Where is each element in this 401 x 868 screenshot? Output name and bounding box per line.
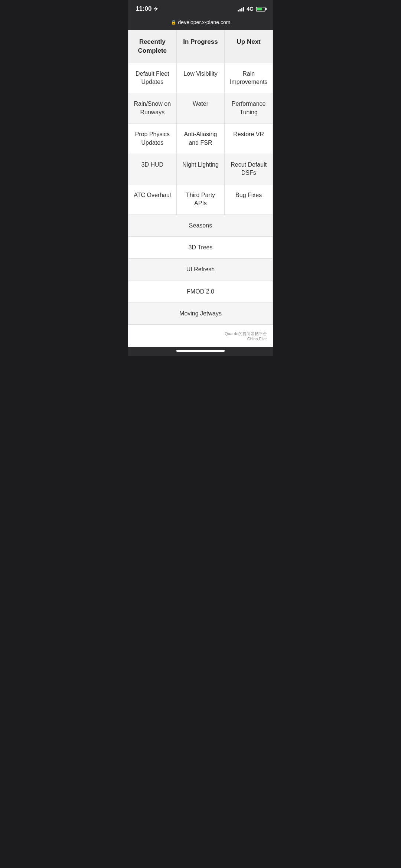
single-col-3dtrees: 3D Trees xyxy=(128,236,273,258)
home-indicator[interactable] xyxy=(128,347,273,356)
cell-upnext-4: Recut Default DSFs xyxy=(225,154,273,184)
url-bar[interactable]: 🔒 developer.x-plane.com xyxy=(128,16,273,30)
header-in-progress: In Progress xyxy=(176,30,225,63)
home-bar xyxy=(176,350,225,352)
cell-recently-5: ATC Overhaul xyxy=(128,184,177,214)
table-row: Moving Jetways xyxy=(128,303,273,325)
table-row: Prop Physics Updates Anti-Aliasing and F… xyxy=(128,124,273,154)
cell-inprogress-1: Low Visibility xyxy=(176,63,225,93)
single-col-jetways: Moving Jetways xyxy=(128,303,273,325)
single-col-fmod: FMOD 2.0 xyxy=(128,281,273,302)
signal-bar-2 xyxy=(239,9,241,12)
cell-inprogress-5: Third Party APIs xyxy=(176,184,225,214)
cell-upnext-1: Rain Improvements xyxy=(225,63,273,93)
status-right: 4G xyxy=(238,6,265,12)
watermark-label: Quardo的提问发帖平台China Flier xyxy=(225,331,267,341)
table-row: Default Fleet Updates Low Visibility Rai… xyxy=(128,63,273,93)
status-bar: 11:00 ✈ 4G xyxy=(128,0,273,16)
url-text: developer.x-plane.com xyxy=(178,19,231,25)
table-header-row: Recently Complete In Progress Up Next xyxy=(128,30,273,63)
status-time: 11:00 xyxy=(136,5,151,13)
footer: Quardo的提问发帖平台China Flier xyxy=(128,325,273,347)
cell-upnext-3: Restore VR xyxy=(225,124,273,154)
header-recently-complete: Recently Complete xyxy=(128,30,177,63)
cell-inprogress-2: Water xyxy=(176,93,225,124)
cell-upnext-2: Performance Tuning xyxy=(225,93,273,124)
table-row: UI Refresh xyxy=(128,259,273,281)
status-left: 11:00 ✈ xyxy=(136,5,158,13)
single-col-seasons: Seasons xyxy=(128,214,273,236)
table-row: Seasons xyxy=(128,214,273,236)
battery-fill xyxy=(257,8,262,10)
battery-icon xyxy=(256,7,265,12)
table-row: 3D HUD Night Lighting Recut Default DSFs xyxy=(128,154,273,184)
navigation-icon: ✈ xyxy=(154,6,158,12)
main-content: Recently Complete In Progress Up Next De… xyxy=(128,30,273,347)
cell-recently-3: Prop Physics Updates xyxy=(128,124,177,154)
table-row: Rain/Snow on Runways Water Performance T… xyxy=(128,93,273,124)
battery xyxy=(256,7,265,12)
signal-bar-3 xyxy=(241,8,242,12)
cell-recently-1: Default Fleet Updates xyxy=(128,63,177,93)
table-row: FMOD 2.0 xyxy=(128,281,273,302)
cell-inprogress-3: Anti-Aliasing and FSR xyxy=(176,124,225,154)
signal-bar-4 xyxy=(243,7,244,12)
signal-bar-1 xyxy=(238,10,239,12)
features-table: Recently Complete In Progress Up Next De… xyxy=(128,30,273,325)
cell-recently-4: 3D HUD xyxy=(128,154,177,184)
watermark-text: Quardo的提问发帖平台China Flier xyxy=(225,331,267,341)
signal-bars xyxy=(238,6,244,12)
table-row: ATC Overhaul Third Party APIs Bug Fixes xyxy=(128,184,273,214)
network-type: 4G xyxy=(247,6,254,12)
cell-recently-2: Rain/Snow on Runways xyxy=(128,93,177,124)
header-up-next: Up Next xyxy=(225,30,273,63)
table-row: 3D Trees xyxy=(128,236,273,258)
lock-icon: 🔒 xyxy=(171,20,176,25)
single-col-uirefresh: UI Refresh xyxy=(128,259,273,281)
cell-inprogress-4: Night Lighting xyxy=(176,154,225,184)
cell-upnext-5: Bug Fixes xyxy=(225,184,273,214)
